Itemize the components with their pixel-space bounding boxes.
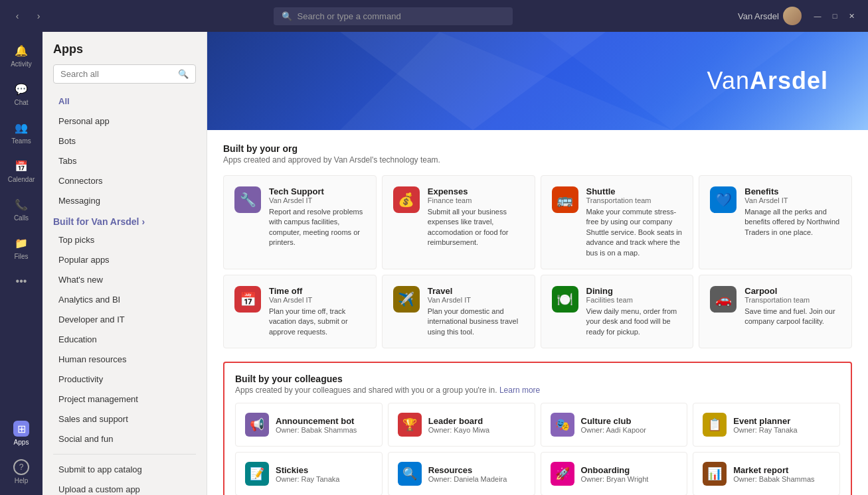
time-off-desc: Plan your time off, track vacation days,… xyxy=(269,307,365,337)
built-for-label: Built for Van Arsdel xyxy=(53,216,139,227)
app-card-benefits[interactable]: 💙 Benefits Van Arsdel IT Manage all the … xyxy=(699,175,852,269)
travel-info: Travel Van Arsdel IT Plan your domestic … xyxy=(428,286,524,337)
nav-submit-catalog[interactable]: Submit to app catalog xyxy=(48,460,201,479)
carpool-icon: 🚗 xyxy=(710,286,737,313)
apps-icon: ⊞ xyxy=(13,421,29,437)
onboarding-owner: Owner: Bryan Wright xyxy=(581,475,649,483)
colleague-card-resources[interactable]: 🔍 Resources Owner: Daniela Madeira xyxy=(388,452,535,495)
benefits-info: Benefits Van Arsdel IT Manage all the pe… xyxy=(744,186,841,238)
sidebar-item-calls[interactable]: 📞 Calls xyxy=(3,191,40,227)
built-by-org-title: Built by your org xyxy=(223,143,852,154)
nav-item-top-picks[interactable]: Top picks xyxy=(48,230,201,249)
announcement-bot-icon: 📢 xyxy=(245,413,269,437)
learn-more-link[interactable]: Learn more xyxy=(499,386,540,395)
sidebar-item-help[interactable]: ? Help xyxy=(3,454,40,490)
benefits-name: Benefits xyxy=(744,186,841,196)
market-report-owner: Owner: Babak Shammas xyxy=(733,475,814,483)
event-planner-owner: Owner: Ray Tanaka xyxy=(733,426,797,434)
dining-info: Dining Facilities team View daily menu, … xyxy=(586,286,683,337)
colleagues-grid: 📢 Announcement bot Owner: Babak Shammas … xyxy=(235,403,840,495)
title-bar: ‹ › 🔍 Van Arsdel — □ ✕ xyxy=(0,0,868,32)
app-card-carpool[interactable]: 🚗 Carpool Transportation team Save time … xyxy=(699,275,852,348)
search-input[interactable] xyxy=(298,11,505,21)
shuttle-info: Shuttle Transportation team Make your co… xyxy=(586,186,683,258)
sidebar-item-apps[interactable]: ⊞ Apps xyxy=(3,415,40,451)
command-search-bar[interactable]: 🔍 xyxy=(274,7,513,25)
culture-club-owner: Owner: Aadi Kapoor xyxy=(581,426,646,434)
carpool-desc: Save time and fuel. Join our company car… xyxy=(744,307,841,327)
sidebar-label-help: Help xyxy=(15,477,29,484)
back-button[interactable]: ‹ xyxy=(8,7,27,25)
colleague-card-leader-board[interactable]: 🏆 Leader board Owner: Kayo Miwa xyxy=(388,403,535,447)
app-card-expenses[interactable]: 💰 Expenses Finance team Submit all your … xyxy=(382,175,535,269)
travel-icon: ✈️ xyxy=(393,286,420,313)
app-card-dining[interactable]: 🍽️ Dining Facilities team View daily men… xyxy=(541,275,694,348)
close-button[interactable]: ✕ xyxy=(844,8,860,24)
nav-item-messaging[interactable]: Messaging xyxy=(48,191,201,210)
culture-club-name: Culture club xyxy=(581,416,646,426)
nav-discover: Top picksPopular appsWhat's newAnalytics… xyxy=(43,230,207,449)
resources-icon: 🔍 xyxy=(398,462,422,486)
time-off-name: Time off xyxy=(269,286,365,296)
title-bar-right: Van Arsdel — □ ✕ xyxy=(738,7,860,25)
nav-item-connectors[interactable]: Connectors xyxy=(48,171,201,190)
sidebar-item-teams[interactable]: 👥 Teams xyxy=(3,114,40,150)
benefits-desc: Manage all the perks and benefits offere… xyxy=(744,207,841,238)
nav-upload-custom[interactable]: Upload a custom app xyxy=(48,480,201,495)
colleague-card-stickies[interactable]: 📝 Stickies Owner: Ray Tanaka xyxy=(235,452,383,495)
sidebar-item-activity[interactable]: 🔔 Activity xyxy=(3,37,40,73)
help-icon: ? xyxy=(13,459,29,475)
sidebar-item-files[interactable]: 📁 Files xyxy=(3,230,40,265)
expenses-owner: Finance team xyxy=(428,196,524,204)
sidebar-item-calendar[interactable]: 📅 Calendar xyxy=(3,153,40,188)
search-all-input[interactable] xyxy=(60,69,173,79)
expenses-icon: 💰 xyxy=(393,186,420,213)
brand-bold: Arsdel xyxy=(750,67,828,94)
nav-item-social-fun[interactable]: Social and fun xyxy=(48,429,201,449)
minimize-button[interactable]: — xyxy=(810,8,825,24)
sidebar-item-chat[interactable]: 💬 Chat xyxy=(3,76,40,111)
colleague-card-announcement-bot[interactable]: 📢 Announcement bot Owner: Babak Shammas xyxy=(235,403,383,447)
resources-name: Resources xyxy=(428,465,507,475)
app-card-travel[interactable]: ✈️ Travel Van Arsdel IT Plan your domest… xyxy=(382,275,535,348)
nav-item-analytics-bi[interactable]: Analytics and BI xyxy=(48,290,201,309)
main-content: VanArsdel Built by your org Apps created… xyxy=(207,32,868,495)
app-card-tech-support[interactable]: 🔧 Tech Support Van Arsdel IT Report and … xyxy=(223,175,377,269)
nav-item-productivity[interactable]: Productivity xyxy=(48,370,201,389)
nav-item-sales-support[interactable]: Sales and support xyxy=(48,409,201,429)
sidebar-label-chat: Chat xyxy=(14,99,28,106)
nav-item-developer-it[interactable]: Developer and IT xyxy=(48,310,201,329)
nav-item-all[interactable]: All xyxy=(48,92,201,111)
nav-item-tabs[interactable]: Tabs xyxy=(48,151,201,171)
expenses-desc: Submit all your business expenses like t… xyxy=(428,207,524,248)
nav-item-project-management[interactable]: Project management xyxy=(48,389,201,409)
time-off-info: Time off Van Arsdel IT Plan your time of… xyxy=(269,286,365,337)
nav-item-human-resources[interactable]: Human resources xyxy=(48,350,201,369)
colleague-card-event-planner[interactable]: 📋 Event planner Owner: Ray Tanaka xyxy=(693,403,840,447)
colleague-card-market-report[interactable]: 📊 Market report Owner: Babak Shammas xyxy=(693,452,840,495)
stickies-info: Stickies Owner: Ray Tanaka xyxy=(276,465,339,483)
tech-support-desc: Report and resolve problems with campus … xyxy=(269,207,365,248)
colleague-card-culture-club[interactable]: 🎭 Culture club Owner: Aadi Kapoor xyxy=(541,403,688,447)
tech-support-owner: Van Arsdel IT xyxy=(269,196,365,204)
market-report-info: Market report Owner: Babak Shammas xyxy=(733,465,814,483)
maximize-button[interactable]: □ xyxy=(827,8,843,24)
forward-button[interactable]: › xyxy=(29,7,48,25)
user-info[interactable]: Van Arsdel xyxy=(738,7,802,25)
app-card-shuttle[interactable]: 🚌 Shuttle Transportation team Make your … xyxy=(541,175,694,269)
leader-board-icon: 🏆 xyxy=(398,413,422,437)
nav-item-popular-apps[interactable]: Popular apps xyxy=(48,250,201,269)
nav-item-personal-app[interactable]: Personal app xyxy=(48,111,201,131)
banner-brand: VanArsdel xyxy=(707,67,828,95)
travel-owner: Van Arsdel IT xyxy=(428,296,524,304)
tech-support-name: Tech Support xyxy=(269,186,365,196)
colleague-card-onboarding[interactable]: 🚀 Onboarding Owner: Bryan Wright xyxy=(541,452,688,495)
nav-item-whats-new[interactable]: What's new xyxy=(48,270,201,289)
nav-built-for[interactable]: Built for Van Arsdel › xyxy=(43,211,207,230)
nav-item-education[interactable]: Education xyxy=(48,330,201,349)
app-card-time-off[interactable]: 📅 Time off Van Arsdel IT Plan your time … xyxy=(223,275,377,348)
avatar xyxy=(783,7,802,25)
nav-item-bots[interactable]: Bots xyxy=(48,131,201,151)
sidebar-item-more[interactable]: ••• xyxy=(3,268,40,295)
search-all-box[interactable]: 🔍 xyxy=(53,64,196,84)
